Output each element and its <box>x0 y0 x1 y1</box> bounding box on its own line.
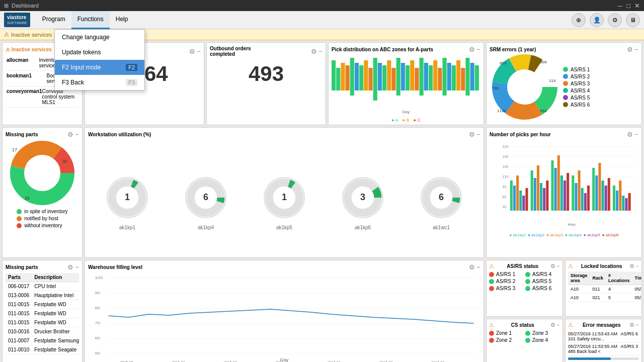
menu-functions[interactable]: Functions <box>71 11 110 29</box>
outbound-completed-value: 493 <box>210 62 323 86</box>
error-row-2: 05/27/2016 11:53:55 AM AS/RS 3 485 Back … <box>568 343 639 355</box>
asrs-locked-row: ⚠ AS/RS status ⚙ − AS/RS 1 AS/RS 4 AS/RS… <box>486 260 642 317</box>
pick-distribution-actions[interactable]: ⚙ − <box>469 46 480 53</box>
outbound-completed-title: Outbound orderscompleted <box>210 46 251 57</box>
alert-message: Inactive services <box>11 32 52 38</box>
svg-rect-121 <box>608 178 610 211</box>
window-controls[interactable]: ─ □ ✕ <box>618 2 640 10</box>
pick-distribution-card: Pick distribution on ABC zones for A-par… <box>328 42 484 125</box>
svg-rect-100 <box>537 165 539 211</box>
missing-parts-table-actions[interactable]: ⚙ − <box>67 263 79 271</box>
cs-status-header: ⚠ CS status ⚙ − <box>489 322 560 328</box>
outbound-completed-actions[interactable]: ⚙ − <box>311 48 323 55</box>
table-row: 011-0007 Festplatte Samsung 22 STK 2 05/… <box>6 336 79 345</box>
missing-parts-table-card: Missing parts ⚙ − Parts Description Quan… <box>2 260 83 362</box>
svg-text:190: 190 <box>503 155 509 158</box>
svg-text:60: 60 <box>503 195 507 199</box>
icon-btn-4[interactable]: 🖥 <box>626 13 640 27</box>
svg-text:60: 60 <box>95 336 100 340</box>
workstation-util-actions[interactable]: ⚙ − <box>469 131 480 138</box>
table-row: 013-0006 Hauptplatine Intel 1 STK 4 05/2… <box>6 291 79 300</box>
missing-parts-actions[interactable]: ⚙ − <box>67 131 79 138</box>
right-status-panel: ⚠ AS/RS status ⚙ − AS/RS 1 AS/RS 4 AS/RS… <box>486 260 642 362</box>
maximize-button[interactable]: □ <box>626 2 630 10</box>
dropdown-back[interactable]: F3 Back F3 <box>55 75 144 90</box>
legend-notified: notified by host <box>17 216 67 221</box>
srm-errors-header: SRM errors (1 year) ⚙ − <box>490 46 638 53</box>
srm-legend: AS/RS 1 AS/RS 2 AS/RS 3 AS/RS 4 AS/RS 5 … <box>563 67 590 108</box>
svg-rect-23 <box>438 68 442 90</box>
svg-text:90: 90 <box>503 185 507 189</box>
cs-status-card: ⚠ CS status ⚙ − Zone 1 Zone 3 Zone 2 Zon… <box>486 319 563 362</box>
svg-rect-125 <box>622 196 624 211</box>
title-bar: ⊞ Dashboard ─ □ ✕ <box>0 0 644 11</box>
picks-per-hour-title: Number of picks per hour <box>490 132 551 137</box>
dropdown-update-tokens[interactable]: Update tokens <box>55 45 144 60</box>
svg-rect-109 <box>567 173 569 211</box>
srm-donut-chart: 803 969 786 114 1124 934 <box>490 54 560 120</box>
logo-line2: SOFTWARE <box>7 21 27 25</box>
asrs-3: AS/RS 3 <box>489 286 524 291</box>
cs-zone3: Zone 3 <box>525 330 560 336</box>
dropdown-input-mode[interactable]: F2 Input mode F2 <box>55 60 144 75</box>
svg-rect-115 <box>587 186 590 211</box>
svg-text:Day: Day <box>403 110 410 114</box>
svg-rect-95 <box>519 191 522 211</box>
svg-rect-11 <box>382 65 386 90</box>
missing-parts-header: Missing parts ⚙ − <box>6 131 79 138</box>
dropdown-change-language[interactable]: Change language <box>55 30 144 45</box>
inactive-services-title: ⚠ Inactive services <box>6 47 52 52</box>
minimize-button[interactable]: ─ <box>618 2 622 10</box>
legend-without: without inventory <box>17 223 67 228</box>
srm-errors-title: SRM errors (1 year) <box>490 47 536 52</box>
svg-rect-5 <box>355 63 359 90</box>
outbound-open-actions[interactable]: ⚙ − <box>189 48 201 55</box>
picks-per-hour-actions[interactable]: ⚙ − <box>627 131 638 138</box>
workstation-util-header: Workstation utilization (%) ⚙ − <box>88 131 480 138</box>
svg-text:3: 3 <box>360 192 365 202</box>
svg-rect-29 <box>465 58 469 96</box>
missing-parts-table-scroll[interactable]: Parts Description Quantity BU Position P… <box>6 273 79 362</box>
srm-errors-actions[interactable]: ⚙ − <box>627 46 638 53</box>
locked-locations-table: Storage area Rack # Locations Time A10 0… <box>568 272 642 302</box>
icon-btn-1[interactable]: ⊕ <box>572 13 586 27</box>
svg-text:220: 220 <box>503 145 509 148</box>
error-messages-title: Error messages <box>583 322 621 328</box>
svg-text:6: 6 <box>438 192 443 202</box>
svg-rect-21 <box>429 65 433 90</box>
svg-rect-7 <box>364 60 368 90</box>
pick-dist-legend: ● A ● B ● C <box>332 118 480 123</box>
asrs-status-header: ⚠ AS/RS status ⚙ − <box>489 263 560 269</box>
icon-btn-2[interactable]: 👤 <box>590 13 604 27</box>
error-messages-actions[interactable]: ⚙ − <box>629 322 639 328</box>
locked-locations-actions[interactable]: ⚙ − <box>629 263 639 269</box>
svg-rect-17 <box>410 60 414 90</box>
close-button[interactable]: ✕ <box>634 2 640 10</box>
asrs-status-actions[interactable]: ⚙ − <box>550 263 560 269</box>
gauge-ak1kp4: 6 ak1kp4 <box>182 174 230 230</box>
error-messages-list: 05/27/2016 11:53:43 AM AS/RS 6 101 Safet… <box>568 330 639 355</box>
missing-parts-table-header: Missing parts ⚙ − <box>6 263 79 271</box>
svg-text:50: 50 <box>95 351 100 355</box>
missing-parts-title: Missing parts <box>6 132 38 137</box>
svg-rect-118 <box>598 163 601 211</box>
table-row: 011-0010 Festplatte Seagate 21 STK 2 05/… <box>6 345 79 354</box>
svg-rect-16 <box>406 65 410 90</box>
cs-status-icon: ⚠ <box>489 322 494 328</box>
asrs-5: AS/RS 5 <box>525 279 560 284</box>
menu-program[interactable]: Program <box>36 11 71 29</box>
svg-rect-102 <box>543 188 545 211</box>
svg-rect-106 <box>557 155 560 211</box>
svg-text:160: 160 <box>503 165 509 168</box>
icon-btn-3[interactable]: ⚙ <box>608 13 622 27</box>
svg-rect-22 <box>433 60 437 90</box>
srm-errors-content: 803 969 786 114 1124 934 AS/RS 1 AS/RS 2… <box>490 55 638 119</box>
warehouse-filling-actions[interactable]: ⚙ − <box>469 263 480 271</box>
menu-icons: ⊕ 👤 ⚙ 🖥 <box>572 13 640 27</box>
cs-status-actions[interactable]: ⚙ − <box>550 322 560 328</box>
menu-help[interactable]: Help <box>110 11 134 29</box>
gauge-ak1kp1: 1 ak1kp1 <box>104 174 151 230</box>
ll-col-area: Storage area <box>568 272 590 285</box>
svg-rect-117 <box>595 175 598 211</box>
svg-rect-99 <box>534 178 536 211</box>
